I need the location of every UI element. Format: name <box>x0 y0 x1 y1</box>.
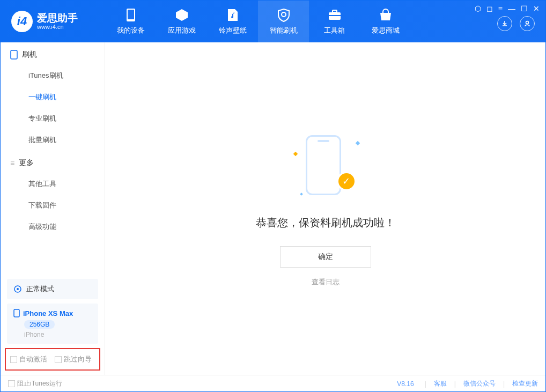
svg-point-6 <box>526 21 529 24</box>
mode-label: 正常模式 <box>26 284 54 294</box>
phone-icon <box>123 8 138 23</box>
nav-store[interactable]: 爱思商城 <box>360 1 411 42</box>
main-content: ✓ 恭喜您，保资料刷机成功啦！ 确定 查看日志 <box>105 42 545 375</box>
nav-tabs: 我的设备 应用游戏 铃声壁纸 智能刷机 工具箱 爱思商城 <box>105 1 411 42</box>
logo-area: i4 爱思助手 www.i4.cn <box>1 11 105 32</box>
minimize-button[interactable]: — <box>508 4 515 13</box>
success-message: 恭喜您，保资料刷机成功啦！ <box>256 216 395 230</box>
device-box[interactable]: iPhone XS Max 256GB iPhone <box>7 304 98 344</box>
download-button[interactable] <box>497 16 512 31</box>
ok-button[interactable]: 确定 <box>280 246 371 268</box>
svg-point-2 <box>282 12 286 17</box>
user-button[interactable] <box>520 16 535 31</box>
footer-link-support[interactable]: 客服 <box>434 379 447 388</box>
maximize-button[interactable]: ☐ <box>521 4 528 13</box>
menu-icon[interactable]: ≡ <box>498 4 503 13</box>
skip-guide-checkbox[interactable]: 跳过向导 <box>55 354 92 364</box>
sidebar-section-flash: 刷机 <box>1 42 105 65</box>
svg-rect-1 <box>128 10 134 19</box>
shield-icon <box>276 8 291 23</box>
feedback-icon[interactable]: ◻ <box>486 4 493 13</box>
footer: 阻止iTunes运行 V8.16 | 客服 | 微信公众号 | 检查更新 <box>1 375 545 392</box>
success-illustration: ✓ <box>291 131 360 201</box>
tshirt-icon[interactable]: ⬡ <box>475 4 481 13</box>
auto-activate-checkbox[interactable]: 自动激活 <box>10 354 47 364</box>
block-itunes-checkbox[interactable]: 阻止iTunes运行 <box>8 379 62 388</box>
sidebar-item-pro-flash[interactable]: 专业刷机 <box>1 108 105 129</box>
nav-my-device[interactable]: 我的设备 <box>105 1 156 42</box>
svg-rect-10 <box>14 309 19 317</box>
device-name: iPhone XS Max <box>23 309 73 317</box>
footer-link-update[interactable]: 检查更新 <box>512 379 538 388</box>
sidebar: 刷机 iTunes刷机 一键刷机 专业刷机 批量刷机 ≡ 更多 其他工具 下载固… <box>1 42 105 375</box>
window-controls: ⬡ ◻ ≡ — ☐ ✕ <box>497 1 545 42</box>
footer-link-wechat[interactable]: 微信公众号 <box>463 379 496 388</box>
app-url: www.i4.cn <box>37 24 78 30</box>
toolbox-icon <box>327 8 342 23</box>
sidebar-item-other-tools[interactable]: 其他工具 <box>1 173 105 195</box>
sidebar-item-oneclick-flash[interactable]: 一键刷机 <box>1 86 105 108</box>
app-logo-icon: i4 <box>11 11 33 32</box>
sidebar-item-batch-flash[interactable]: 批量刷机 <box>1 129 105 151</box>
nav-ringtones[interactable]: 铃声壁纸 <box>207 1 258 42</box>
phone-small-icon <box>13 309 20 317</box>
music-file-icon <box>225 8 240 23</box>
device-icon <box>10 50 18 60</box>
nav-flash[interactable]: 智能刷机 <box>258 1 309 42</box>
view-log-link[interactable]: 查看日志 <box>312 277 340 287</box>
app-name: 爱思助手 <box>37 13 78 24</box>
sidebar-item-download-fw[interactable]: 下载固件 <box>1 195 105 216</box>
options-highlighted-box: 自动激活 跳过向导 <box>5 348 100 371</box>
sidebar-item-itunes-flash[interactable]: iTunes刷机 <box>1 65 105 86</box>
device-type: iPhone <box>24 331 44 338</box>
refresh-icon <box>13 285 22 293</box>
svg-rect-5 <box>329 15 341 16</box>
nav-apps[interactable]: 应用游戏 <box>156 1 207 42</box>
mode-box[interactable]: 正常模式 <box>7 279 98 299</box>
checkmark-badge-icon: ✓ <box>337 172 356 191</box>
sidebar-item-advanced[interactable]: 高级功能 <box>1 216 105 238</box>
svg-rect-4 <box>333 10 337 12</box>
cube-icon <box>174 8 189 23</box>
nav-toolbox[interactable]: 工具箱 <box>309 1 360 42</box>
sidebar-section-more: ≡ 更多 <box>1 151 105 173</box>
list-icon: ≡ <box>10 159 14 167</box>
device-capacity: 256GB <box>24 320 55 329</box>
svg-rect-7 <box>11 50 17 59</box>
titlebar: i4 爱思助手 www.i4.cn 我的设备 应用游戏 铃声壁纸 智能刷机 工具… <box>1 1 545 42</box>
svg-point-9 <box>17 288 19 290</box>
version-label: V8.16 <box>397 380 414 388</box>
close-button[interactable]: ✕ <box>533 4 540 13</box>
store-icon <box>378 8 393 23</box>
